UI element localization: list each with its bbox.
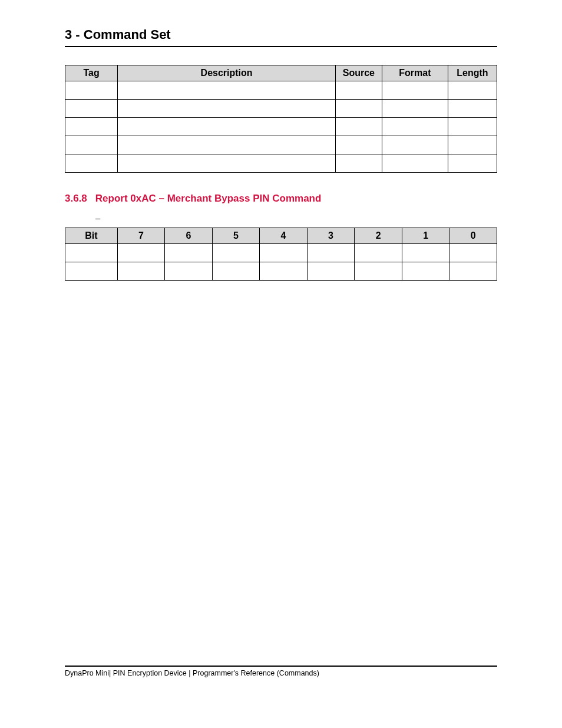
col-header-bit3: 3 bbox=[307, 228, 355, 244]
cell bbox=[335, 154, 382, 173]
col-header-bit: Bit bbox=[65, 228, 118, 244]
cell bbox=[117, 244, 165, 262]
cell bbox=[65, 244, 118, 262]
cell bbox=[335, 81, 382, 100]
page: 3 - Command Set Tag Description Source F… bbox=[0, 0, 562, 728]
cell bbox=[118, 118, 336, 136]
page-footer: DynaPro Mini| PIN Encryption Device | Pr… bbox=[65, 666, 497, 677]
table-row bbox=[65, 262, 497, 281]
col-header-bit2: 2 bbox=[355, 228, 402, 244]
cell bbox=[307, 262, 355, 281]
table-header-row: Bit 7 6 5 4 3 2 1 0 bbox=[65, 228, 497, 244]
cell bbox=[335, 100, 382, 118]
tag-description-table: Tag Description Source Format Length bbox=[65, 65, 497, 173]
cell bbox=[382, 154, 448, 173]
table-row bbox=[65, 154, 497, 173]
cell bbox=[165, 262, 213, 281]
cell bbox=[118, 100, 336, 118]
cell bbox=[65, 100, 118, 118]
cell bbox=[402, 244, 449, 262]
footer-text: DynaPro Mini| PIN Encryption Device | Pr… bbox=[65, 669, 497, 677]
page-title: 3 - Command Set bbox=[65, 27, 497, 47]
cell bbox=[65, 81, 118, 100]
content-area: 3 - Command Set Tag Description Source F… bbox=[65, 27, 497, 281]
table-row bbox=[65, 244, 497, 262]
col-header-bit0: 0 bbox=[449, 228, 497, 244]
section-number: 3.6.8 bbox=[65, 193, 87, 205]
cell bbox=[382, 100, 448, 118]
cell bbox=[65, 262, 118, 281]
cell bbox=[449, 244, 497, 262]
cell bbox=[118, 81, 336, 100]
cell bbox=[307, 244, 355, 262]
cell bbox=[448, 154, 497, 173]
cell bbox=[65, 154, 118, 173]
cell bbox=[448, 100, 497, 118]
cell bbox=[118, 154, 336, 173]
cell bbox=[382, 136, 448, 154]
col-header-bit6: 6 bbox=[165, 228, 213, 244]
cell bbox=[260, 244, 308, 262]
col-header-source: Source bbox=[335, 65, 382, 81]
bit-usage-table: Bit 7 6 5 4 3 2 1 0 bbox=[65, 228, 497, 281]
col-header-length: Length bbox=[448, 65, 497, 81]
cell bbox=[212, 262, 260, 281]
table-row bbox=[65, 100, 497, 118]
cell bbox=[355, 262, 402, 281]
cell bbox=[212, 244, 260, 262]
cell bbox=[65, 118, 118, 136]
cell bbox=[448, 118, 497, 136]
cell bbox=[260, 262, 308, 281]
col-header-bit7: 7 bbox=[117, 228, 165, 244]
cell bbox=[65, 136, 118, 154]
cell bbox=[118, 136, 336, 154]
cell bbox=[117, 262, 165, 281]
table-header-row: Tag Description Source Format Length bbox=[65, 65, 497, 81]
col-header-bit5: 5 bbox=[212, 228, 260, 244]
cell bbox=[165, 244, 213, 262]
cell bbox=[335, 118, 382, 136]
cell bbox=[448, 81, 497, 100]
col-header-tag: Tag bbox=[65, 65, 118, 81]
cell bbox=[402, 262, 449, 281]
cell bbox=[382, 118, 448, 136]
section-title: Report 0xAC – Merchant Bypass PIN Comman… bbox=[95, 193, 322, 205]
cell bbox=[335, 136, 382, 154]
col-header-bit1: 1 bbox=[402, 228, 449, 244]
col-header-format: Format bbox=[382, 65, 448, 81]
table-row bbox=[65, 136, 497, 154]
section-heading: 3.6.8 Report 0xAC – Merchant Bypass PIN … bbox=[65, 193, 497, 205]
footer-rule bbox=[65, 666, 497, 667]
col-header-description: Description bbox=[118, 65, 336, 81]
col-header-bit4: 4 bbox=[260, 228, 308, 244]
table-row bbox=[65, 81, 497, 100]
cell bbox=[448, 136, 497, 154]
cell bbox=[382, 81, 448, 100]
table-caption: – bbox=[65, 213, 497, 223]
caption-dash: – bbox=[95, 213, 100, 223]
table-row bbox=[65, 118, 497, 136]
cell bbox=[449, 262, 497, 281]
cell bbox=[355, 244, 402, 262]
